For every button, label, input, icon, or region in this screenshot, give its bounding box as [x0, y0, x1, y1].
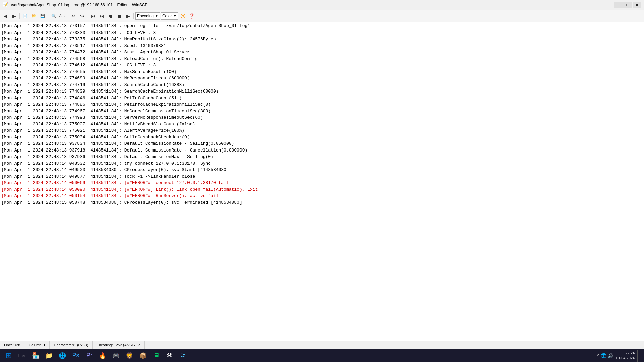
log-line: [Mon Apr 1 2024 22:48:14.050069 41485411… [1, 180, 643, 186]
log-line: [Mon Apr 1 2024 22:48:13.937936 41485411… [1, 154, 643, 160]
toolbar-separator-1 [19, 13, 20, 19]
brave-taskbar-button[interactable]: 🦁 [123, 350, 136, 362]
toolbar-back[interactable]: ◀ [1, 12, 9, 20]
log-line: [Mon Apr 1 2024 22:48:13.937804 41485411… [1, 140, 643, 147]
status-encoding: Encoding: 1252 (ANSI - La [93, 341, 145, 349]
window-title: /var/log/cabal/AgentShop_01.log – root@1… [11, 3, 147, 7]
browser-taskbar-button[interactable]: 🌐 [56, 350, 68, 362]
ps-taskbar-button[interactable]: Ps [70, 350, 82, 362]
toolbar-separator-5 [133, 13, 134, 19]
toolbar-redo[interactable]: ↪ [78, 12, 86, 20]
taskbar-left: ⊞ Links 🏪 📁 🌐 Ps Pr 🔥 🎮 🦁 📦 🖥 🛠 🗂 [3, 350, 189, 362]
log-line: [Mon Apr 1 2024 22:48:14.048502 41485411… [1, 160, 643, 167]
toolbar-stop[interactable]: ⏹ [115, 12, 123, 20]
toolbar-separator-4 [88, 13, 88, 19]
log-line: [Mon Apr 1 2024 22:48:14.049877 41485411… [1, 173, 643, 180]
toolbar-separator-2 [48, 13, 48, 19]
log-line: [Mon Apr 1 2024 22:48:13.774655 41485411… [1, 69, 643, 75]
toolbar-forward[interactable]: ▶ [10, 12, 18, 20]
volume-icon[interactable]: 🔊 [608, 353, 613, 358]
log-line: [Mon Apr 1 2024 22:48:13.775007 41485411… [1, 121, 643, 128]
toolbar-find[interactable]: 🔍 [50, 12, 58, 20]
log-line: [Mon Apr 1 2024 22:48:13.774689 41485411… [1, 75, 643, 82]
maximize-button[interactable]: □ [623, 2, 632, 8]
log-line: [Mon Apr 1 2024 22:48:13.774568 41485411… [1, 56, 643, 62]
close-button[interactable]: ✕ [633, 2, 641, 8]
log-content: [Mon Apr 1 2024 22:48:13.773157 41485411… [1, 23, 643, 206]
toolbar-separator-3 [68, 13, 68, 19]
encoding-dropdown[interactable]: Encoding ▼ [135, 12, 160, 20]
network-icon[interactable]: 🌐 [601, 353, 606, 358]
toolbar-help[interactable]: ❓ [188, 12, 196, 20]
expand-icon[interactable]: ^ [597, 353, 599, 358]
log-line: [Mon Apr 1 2024 22:48:14.050090 41485411… [1, 186, 643, 193]
log-line: [Mon Apr 1 2024 22:48:13.773375 41485411… [1, 36, 643, 43]
status-character: Character: 91 (0x5B) [50, 341, 92, 349]
taskbar: ⊞ Links 🏪 📁 🌐 Ps Pr 🔥 🎮 🦁 📦 🖥 🛠 🗂 ^ 🌐 🔊 … [0, 349, 644, 362]
log-line: [Mon Apr 1 2024 22:48:13.774612 41485411… [1, 62, 643, 69]
show-desktop-button[interactable] [637, 350, 641, 362]
clock[interactable]: 22:24 01/04/2024 [616, 351, 635, 360]
store-taskbar-button[interactable]: 🏪 [30, 350, 42, 362]
tools-taskbar-button[interactable]: 🛠 [164, 350, 176, 362]
log-line: [Mon Apr 1 2024 22:48:14.049503 41485340… [1, 167, 643, 173]
toolbar-record[interactable]: ⏺ [107, 12, 115, 20]
toolbar-prev[interactable]: ⏮ [89, 12, 97, 20]
status-column: Column: 1 [24, 341, 50, 349]
title-bar: 📝 /var/log/cabal/AgentShop_01.log – root… [0, 0, 644, 10]
toolbar-undo[interactable]: ↩ [69, 12, 77, 20]
toolbar-highlight[interactable]: 🔆 [179, 12, 187, 20]
status-line: Line: 1/28 [0, 341, 24, 349]
taskbar-right: ^ 🌐 🔊 22:24 01/04/2024 [597, 350, 641, 362]
status-bar: Line: 1/28 Column: 1 Character: 91 (0x5B… [0, 341, 644, 349]
color-arrow: ▼ [173, 14, 177, 18]
log-line: [Mon Apr 1 2024 22:48:13.774846 41485411… [1, 95, 643, 102]
blender-taskbar-button[interactable]: 🔥 [97, 350, 109, 362]
log-line: [Mon Apr 1 2024 22:48:15.050748 41485340… [1, 199, 643, 206]
encoding-arrow: ▼ [155, 14, 158, 18]
clock-date: 01/04/2024 [616, 356, 635, 360]
minimize-button[interactable]: – [614, 2, 623, 8]
log-line: [Mon Apr 1 2024 22:48:13.774886 41485411… [1, 101, 643, 108]
clock-time: 22:24 [616, 351, 635, 355]
log-line: [Mon Apr 1 2024 22:48:13.774719 41485411… [1, 82, 643, 88]
log-line: [Mon Apr 1 2024 22:48:13.775034 41485411… [1, 134, 643, 141]
encoding-label: Encoding [137, 14, 154, 18]
remote-taskbar-button[interactable]: 🖥 [150, 350, 162, 362]
log-line: [Mon Apr 1 2024 22:48:13.773157 41485411… [1, 23, 643, 29]
color-dropdown[interactable]: Color ▼ [161, 12, 178, 20]
log-line: [Mon Apr 1 2024 22:48:13.774809 41485411… [1, 88, 643, 95]
toolbar-play[interactable]: ▶ [124, 12, 132, 20]
toolbar-next[interactable]: ⏭ [98, 12, 106, 20]
color-label: Color [162, 14, 172, 18]
game-taskbar-button[interactable]: 🎮 [110, 350, 122, 362]
links-button[interactable]: Links [16, 350, 28, 362]
toolbar-replace[interactable]: A→ [58, 12, 66, 20]
start-button[interactable]: ⊞ [3, 350, 15, 362]
toolbar-save[interactable]: 💾 [39, 12, 47, 20]
toolbar-open[interactable]: 📂 [30, 12, 38, 20]
window-controls: – □ ✕ [614, 2, 641, 8]
log-line: [Mon Apr 1 2024 22:48:14.050154 41485411… [1, 193, 643, 199]
winscp-taskbar-button[interactable]: 🗂 [177, 350, 189, 362]
editor-area[interactable]: [Mon Apr 1 2024 22:48:13.773157 41485411… [0, 22, 644, 341]
log-line: [Mon Apr 1 2024 22:48:13.775021 41485411… [1, 127, 643, 134]
log-line: [Mon Apr 1 2024 22:48:13.774967 41485411… [1, 108, 643, 115]
log-line: [Mon Apr 1 2024 22:48:13.773517 41485411… [1, 43, 643, 49]
log-line: [Mon Apr 1 2024 22:48:13.774472 41485411… [1, 49, 643, 56]
toolbar: ◀ ▶ 📄 📂 💾 🔍 A→ ↩ ↪ ⏮ ⏭ ⏺ ⏹ ▶ Encoding ▼ … [0, 10, 644, 22]
app-icon: 📝 [3, 2, 8, 8]
file-manager-taskbar-button[interactable]: 📁 [43, 350, 55, 362]
notification-area: ^ 🌐 🔊 [597, 353, 613, 358]
package-taskbar-button[interactable]: 📦 [137, 350, 149, 362]
log-line: [Mon Apr 1 2024 22:48:13.937918 41485411… [1, 147, 643, 154]
log-line: [Mon Apr 1 2024 22:48:13.774993 41485411… [1, 114, 643, 121]
pr-taskbar-button[interactable]: Pr [83, 350, 95, 362]
toolbar-new[interactable]: 📄 [21, 12, 29, 20]
log-line: [Mon Apr 1 2024 22:48:13.773333 41485411… [1, 29, 643, 36]
